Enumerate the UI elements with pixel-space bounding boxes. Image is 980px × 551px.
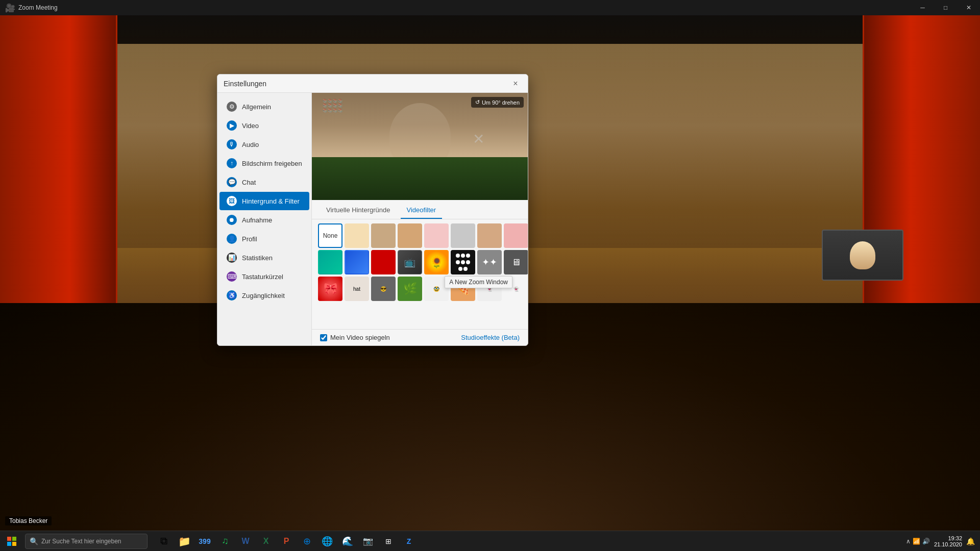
powerpoint-button[interactable]: P xyxy=(276,531,297,552)
speaker-name-label: Tobias Becker xyxy=(5,516,52,525)
nav-item-access[interactable]: ♿ Zugänglichkeit xyxy=(219,286,309,305)
filter-row-3: 🎀 hat 😎 🌿 🥸 🍕 👻 👻 xyxy=(318,277,522,301)
background-icon: 🖼 xyxy=(227,196,237,206)
filter-glasses[interactable]: 😎 xyxy=(371,277,396,301)
filter-pizza[interactable]: 🍕 xyxy=(451,277,475,301)
filter-skin-medium[interactable] xyxy=(371,223,396,248)
filter-hat[interactable]: hat xyxy=(345,277,369,301)
search-placeholder: Zur Suche Text hier eingeben xyxy=(41,538,121,545)
filter-sparkle[interactable]: ✦✦ xyxy=(477,250,502,274)
taskview-button[interactable]: ⧉ xyxy=(154,531,174,552)
app-399[interactable]: 399 xyxy=(194,531,215,552)
system-tray-icons: ∧ 📶 🔊 xyxy=(906,538,930,545)
filter-skin-warm[interactable] xyxy=(477,223,502,248)
tab-virtual-backgrounds[interactable]: Virtuelle Hintergründe xyxy=(320,202,397,219)
taskbar-search-box[interactable]: 🔍 Zur Suche Text hier eingeben xyxy=(25,534,148,549)
tray-sound[interactable]: 🔊 xyxy=(922,538,930,545)
video-feed: 📚📚📚📚📚📚📚📚📚📚📚📚 ✕ xyxy=(312,93,528,200)
svg-rect-2 xyxy=(7,542,11,546)
settings-close-button[interactable]: × xyxy=(509,78,522,90)
nav-item-video[interactable]: ▶ Video xyxy=(219,116,309,135)
window-close-button[interactable]: ✕ xyxy=(957,0,980,15)
record-icon: ⏺ xyxy=(227,215,237,225)
profile-icon: 👤 xyxy=(227,234,237,244)
capture-button[interactable]: 📷 xyxy=(358,531,378,552)
filter-ghost1[interactable]: 👻 xyxy=(477,277,502,301)
tab-videofilter[interactable]: Videofilter xyxy=(401,202,443,219)
shortcut-icon: ⌨ xyxy=(227,271,237,282)
edge-button[interactable]: ⊕ xyxy=(297,531,317,552)
filter-screen[interactable]: 📺 xyxy=(398,250,422,274)
taskbar-apps: ⧉ 📁 399 ♫ W X P ⊕ 🌐 🌊 📷 ⊞ Z xyxy=(154,531,419,552)
system-clock[interactable]: 19:32 21.10.2020 xyxy=(934,535,962,547)
nav-item-general[interactable]: ⚙ Allgemein xyxy=(219,97,309,116)
clock-date: 21.10.2020 xyxy=(934,541,962,547)
filter-none[interactable]: None xyxy=(318,223,342,248)
start-button[interactable] xyxy=(0,531,23,552)
filter-skin-rose[interactable] xyxy=(504,223,528,248)
participant-thumbnail xyxy=(822,230,903,281)
window-titlebar: 🎥 Zoom Meeting ─ □ ✕ xyxy=(0,0,980,15)
nav-item-chat[interactable]: 💬 Chat xyxy=(219,173,309,191)
taskbar-system-tray: ∧ 📶 🔊 19:32 21.10.2020 🔔 xyxy=(901,531,980,552)
settings-tabs: Virtuelle Hintergründe Videofilter xyxy=(312,202,528,219)
settings-dialog: Einstellungen × ⚙ Allgemein ▶ Video 🎙 Au… xyxy=(217,74,528,346)
filter-mustache[interactable]: 🥸 xyxy=(424,277,449,301)
filter-row-2: 📺 🌻 ✦✦ 🖥 xyxy=(318,250,522,274)
filter-sunflower[interactable]: 🌻 xyxy=(424,250,449,274)
nav-label-chat: Chat xyxy=(242,179,256,186)
tray-network[interactable]: 📶 xyxy=(913,538,920,545)
mirror-label: Mein Video spiegeln xyxy=(330,334,390,341)
word-button[interactable]: W xyxy=(235,531,256,552)
filter-window[interactable]: 🖥 xyxy=(504,250,528,274)
rotate-video-button[interactable]: ↺ Um 90° drehen xyxy=(471,97,524,108)
spotify-button[interactable]: ♫ xyxy=(215,531,235,552)
filter-skin-pink[interactable] xyxy=(424,223,449,248)
filter-skin-tan[interactable] xyxy=(398,223,422,248)
chat-icon: 💬 xyxy=(227,177,237,187)
share-icon: ↑ xyxy=(227,158,237,168)
settings-navigation: ⚙ Allgemein ▶ Video 🎙 Audio ↑ Bildschirm… xyxy=(217,93,312,345)
svg-rect-0 xyxy=(7,537,11,541)
tray-arrow[interactable]: ∧ xyxy=(906,538,911,545)
svg-rect-1 xyxy=(12,537,16,541)
minimize-button[interactable]: ─ xyxy=(911,0,934,15)
filter-ribbon[interactable]: 🎀 xyxy=(318,277,342,301)
zoom-button[interactable]: Z xyxy=(399,531,419,552)
mirror-checkbox[interactable] xyxy=(320,334,327,341)
filter-row-1: None xyxy=(318,223,522,248)
nav-item-audio[interactable]: 🎙 Audio xyxy=(219,135,309,154)
app5[interactable]: ⊞ xyxy=(378,531,399,552)
nav-item-share[interactable]: ↑ Bildschirm freigeben xyxy=(219,154,309,172)
nav-item-stats[interactable]: 📊 Statistiken xyxy=(219,248,309,267)
filter-blue[interactable] xyxy=(345,250,369,274)
browser2-button[interactable]: 🌊 xyxy=(337,531,358,552)
notification-button[interactable]: 🔔 xyxy=(966,537,975,545)
settings-body: ⚙ Allgemein ▶ Video 🎙 Audio ↑ Bildschirm… xyxy=(217,93,528,345)
filter-teal[interactable] xyxy=(318,250,342,274)
excel-button[interactable]: X xyxy=(256,531,276,552)
nav-item-profile[interactable]: 👤 Profil xyxy=(219,230,309,248)
filter-skin-gray[interactable] xyxy=(451,223,475,248)
nav-item-record[interactable]: ⏺ Aufnahme xyxy=(219,211,309,229)
file-explorer-button[interactable]: 📁 xyxy=(174,531,194,552)
stats-icon: 📊 xyxy=(227,253,237,263)
mirror-video-option: Mein Video spiegeln xyxy=(320,334,390,341)
filter-grid-area: None 📺 🌻 xyxy=(312,219,528,329)
rotate-icon: ↺ xyxy=(475,99,480,106)
window-controls: ─ □ ✕ xyxy=(911,0,980,15)
studio-effects-link[interactable]: Studioeffekte (Beta) xyxy=(461,334,520,341)
clock-time: 19:32 xyxy=(934,535,962,541)
filter-red[interactable] xyxy=(371,250,396,274)
nav-item-shortcut[interactable]: ⌨ Tastaturkürzel xyxy=(219,267,309,286)
maximize-button[interactable]: □ xyxy=(934,0,957,15)
filter-leaves[interactable]: 🌿 xyxy=(398,277,422,301)
nav-item-background[interactable]: 🖼 Hintergrund & Filter xyxy=(219,192,309,210)
filter-dots[interactable] xyxy=(451,250,475,274)
video-icon: ▶ xyxy=(227,120,237,131)
general-icon: ⚙ xyxy=(227,102,237,112)
chrome-button[interactable]: 🌐 xyxy=(317,531,337,552)
filter-skin-light[interactable] xyxy=(345,223,369,248)
nav-label-background: Hintergrund & Filter xyxy=(242,197,300,205)
filter-ghost2[interactable]: 👻 xyxy=(504,277,528,301)
